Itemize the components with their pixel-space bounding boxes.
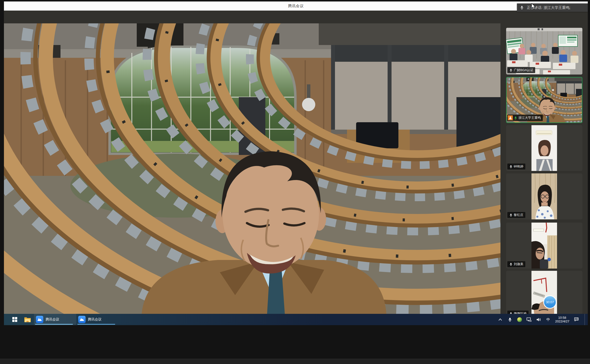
participant-tile[interactable]: 黎红庄 xyxy=(506,173,582,219)
start-button[interactable] xyxy=(8,314,21,325)
window-title: 腾讯会议 xyxy=(288,4,304,8)
participant-name-label: 黎红庄 xyxy=(507,212,525,218)
participant-name-label: 钟艳婷 xyxy=(507,164,525,169)
screen: 腾讯会议 xyxy=(0,0,590,364)
action-center-icon[interactable] xyxy=(574,316,579,323)
show-desktop-button[interactable] xyxy=(585,314,587,325)
microphone-active-icon xyxy=(514,116,517,120)
participant-tile[interactable]: 30:07 微微叶神 xyxy=(506,271,582,318)
portrait-video xyxy=(531,223,557,269)
microphone-icon xyxy=(509,263,513,266)
windows-logo-icon xyxy=(12,317,17,322)
speaking-indicator[interactable]: 正在讲话: 浙江大学王重鸣; xyxy=(517,3,588,12)
clock-date: 2022/4/27 xyxy=(555,319,569,323)
screen-bottom-strip xyxy=(0,359,590,364)
main-video-scene xyxy=(4,23,500,314)
taskbar-clock[interactable]: 10:58 2022/4/27 xyxy=(555,316,569,323)
clock-time: 10:58 xyxy=(555,316,569,319)
participant-name-label: 广财BGA认证 xyxy=(507,67,535,73)
taskbar-app-tencent-meeting-1[interactable]: 腾讯会议 xyxy=(34,314,76,325)
window-underline xyxy=(77,324,115,325)
portrait-video xyxy=(531,271,557,318)
meeting-app-window: 浙江大学王重鸣 xyxy=(4,11,588,314)
file-explorer-button[interactable] xyxy=(21,314,34,325)
participant-name-label: 刘迦美 xyxy=(507,261,525,267)
main-video-stage[interactable]: 浙江大学王重鸣 xyxy=(4,23,500,314)
participant-tile-classroom[interactable]: 广财BGA认证 xyxy=(506,28,582,75)
taskbar: 腾讯会议 腾讯会议 xyxy=(4,314,588,325)
antivirus-orb-icon[interactable] xyxy=(517,316,522,323)
portrait-video xyxy=(531,173,557,219)
folder-icon xyxy=(24,317,31,322)
microphone-icon xyxy=(509,213,513,217)
microphone-icon xyxy=(509,69,513,72)
system-tray: 中 10:58 2022/4/27 xyxy=(498,314,588,325)
timer-badge: 30:07 xyxy=(543,295,557,309)
tencent-meeting-logo xyxy=(78,316,86,323)
mouse-cursor xyxy=(531,3,536,10)
tray-microphone-icon[interactable] xyxy=(507,316,513,323)
active-window-underline xyxy=(35,324,73,325)
network-display-icon[interactable] xyxy=(526,316,532,323)
microphone-icon xyxy=(520,6,524,10)
participant-tile[interactable]: 钟艳婷 xyxy=(506,125,582,171)
participant-tile-active-speaker[interactable]: 浙江大学王重鸣 xyxy=(506,77,582,123)
participant-tile[interactable]: 刘迦美 xyxy=(506,223,582,269)
portrait-video xyxy=(531,125,557,171)
ime-language-indicator[interactable]: 中 xyxy=(545,316,551,323)
volume-icon[interactable] xyxy=(536,316,541,323)
microphone-icon xyxy=(509,165,513,168)
tencent-meeting-logo xyxy=(36,316,43,323)
person-avatar-icon xyxy=(508,115,513,120)
participant-name-label: 浙江大学王重鸣 xyxy=(507,115,543,121)
taskbar-app-tencent-meeting-2[interactable]: 腾讯会议 xyxy=(76,314,119,325)
window-titlebar[interactable]: 腾讯会议 xyxy=(4,1,588,11)
chevron-up-icon[interactable] xyxy=(498,316,503,323)
